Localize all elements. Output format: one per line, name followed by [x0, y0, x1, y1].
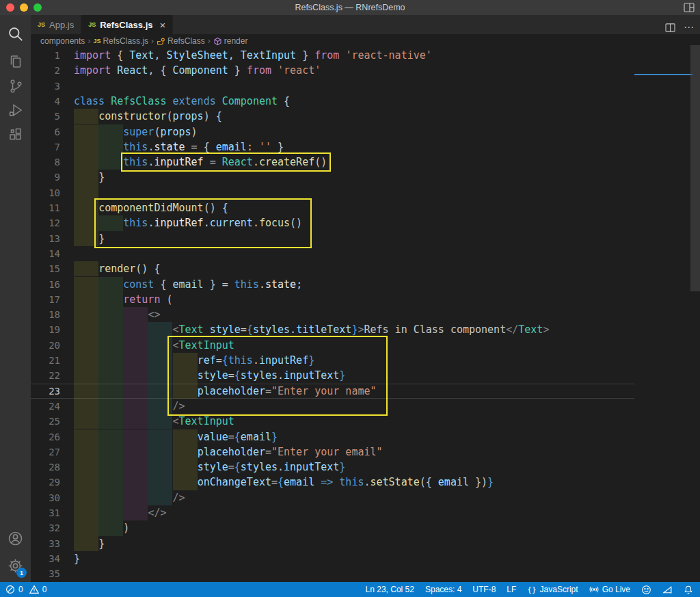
line-number[interactable]: 32 [31, 520, 60, 535]
line-number[interactable]: 22 [31, 368, 60, 383]
line-number[interactable]: 1 [31, 48, 60, 63]
js-file-icon: JS [93, 38, 100, 44]
line-number[interactable]: 18 [31, 307, 60, 322]
split-editor-icon[interactable] [665, 23, 675, 32]
error-icon [5, 585, 15, 594]
line-number[interactable]: 8 [31, 155, 60, 170]
code-line[interactable]: super(props) [74, 124, 198, 140]
line-number[interactable]: 12 [31, 215, 60, 230]
symbol-method-icon [213, 37, 222, 46]
feedback-smiley-icon[interactable] [641, 585, 651, 595]
code-line[interactable]: const { email } = this.state; [74, 277, 302, 292]
chevron-right-icon: › [88, 36, 90, 46]
code-line[interactable]: class RefsClass extends Component { [74, 94, 290, 109]
problems-status[interactable]: 0 0 [5, 585, 46, 594]
chevron-right-icon: › [151, 36, 154, 46]
line-number[interactable]: 13 [31, 231, 60, 246]
warning-count: 0 [42, 585, 47, 594]
gutter[interactable]: 1234567891011121314151617181920212223242… [31, 0, 60, 597]
accounts-icon[interactable] [0, 525, 31, 552]
search-icon[interactable] [0, 21, 31, 48]
encoding-setting[interactable]: UTF-8 [472, 585, 496, 594]
annotation-box [94, 198, 312, 248]
line-number[interactable]: 6 [31, 124, 60, 140]
chevron-right-icon: › [208, 36, 211, 46]
code-line[interactable]: style={styles.inputText} [74, 460, 345, 475]
indentation-setting[interactable]: Spaces: 4 [425, 585, 461, 594]
window-title: RefsClass.js — RNrefsDemo [0, 0, 700, 15]
annotation-box [167, 336, 388, 416]
symbol-class-icon [157, 37, 165, 46]
line-number[interactable]: 26 [31, 429, 60, 445]
code-line[interactable]: placeholder="Enter your email" [74, 445, 383, 460]
settings-gear-icon[interactable]: 1 [0, 552, 31, 579]
line-number[interactable]: 21 [31, 353, 60, 368]
language-mode[interactable]: {} JavaScript [527, 585, 578, 594]
breadcrumb: components › JS RefsClass.js › RefsClass… [31, 34, 700, 48]
line-number[interactable]: 35 [31, 566, 60, 581]
customize-layout-icon[interactable] [684, 3, 695, 12]
run-and-debug-icon[interactable] [0, 96, 31, 124]
activity-bar: 1 [0, 15, 31, 582]
line-number[interactable]: 28 [31, 460, 60, 475]
go-live-button[interactable]: Go Live [589, 585, 630, 594]
code-line[interactable]: import { Text, StyleSheet, TextInput } f… [74, 48, 432, 63]
line-number[interactable]: 27 [31, 445, 60, 460]
breadcrumb-method[interactable]: render [213, 36, 248, 46]
line-number[interactable]: 24 [31, 399, 60, 414]
code-line[interactable]: </> [74, 505, 166, 520]
source-control-icon[interactable] [0, 72, 31, 100]
scrollbar[interactable] [690, 45, 700, 291]
eol-setting[interactable]: LF [507, 585, 516, 594]
settings-badge: 1 [16, 568, 27, 578]
line-number[interactable]: 9 [31, 170, 60, 185]
code-line[interactable]: ) [74, 520, 129, 535]
line-number[interactable]: 15 [31, 261, 60, 276]
tab-refsclass-js[interactable]: JS RefsClass.js × [81, 15, 173, 34]
minimap[interactable] [636, 44, 690, 582]
line-number[interactable]: 29 [31, 475, 60, 490]
code-line[interactable]: <> [74, 307, 160, 322]
screencast-icon[interactable] [662, 585, 673, 595]
code-line[interactable]: import React, { Component } from 'react' [74, 63, 321, 78]
breadcrumb-class[interactable]: RefsClass [157, 36, 205, 46]
code-line[interactable]: <TextInput [74, 414, 234, 429]
line-number[interactable]: 31 [31, 505, 60, 520]
line-number[interactable]: 7 [31, 140, 60, 155]
line-number[interactable]: 2 [31, 63, 60, 78]
line-number[interactable]: 14 [31, 246, 60, 261]
code-line[interactable]: } [74, 170, 105, 185]
line-number[interactable]: 25 [31, 414, 60, 429]
cursor-position[interactable]: Ln 23, Col 52 [366, 585, 414, 594]
code-line[interactable]: render() { [74, 261, 160, 276]
line-number[interactable]: 19 [31, 322, 60, 337]
code-line[interactable]: constructor(props) { [74, 109, 222, 124]
vscode-window: RefsClass.js — RNrefsDemo [0, 0, 700, 597]
breadcrumb-file[interactable]: JS RefsClass.js [93, 36, 148, 46]
extensions-icon[interactable] [0, 121, 31, 148]
warning-icon [29, 585, 39, 594]
line-number[interactable]: 3 [31, 79, 60, 94]
code-line[interactable]: /> [74, 490, 185, 505]
line-number[interactable]: 11 [31, 200, 60, 215]
close-tab-icon[interactable]: × [160, 19, 166, 31]
code-line[interactable]: } [74, 536, 105, 551]
explorer-icon[interactable] [0, 48, 31, 75]
line-number[interactable]: 34 [31, 551, 60, 566]
line-number[interactable]: 4 [31, 94, 60, 109]
line-number[interactable]: 16 [31, 277, 60, 292]
line-number[interactable]: 33 [31, 536, 60, 551]
line-number[interactable]: 17 [31, 292, 60, 307]
line-number[interactable]: 5 [31, 109, 60, 124]
line-number[interactable]: 20 [31, 338, 60, 353]
line-number[interactable]: 30 [31, 490, 60, 505]
line-number[interactable]: 23 [31, 384, 60, 399]
annotation-box [121, 152, 331, 172]
code-line[interactable]: value={email} [74, 429, 278, 445]
notifications-bell-icon[interactable] [684, 585, 693, 595]
line-number[interactable]: 10 [31, 185, 60, 200]
code-line[interactable]: return ( [74, 292, 173, 307]
code-line[interactable]: } [74, 551, 80, 566]
more-actions-icon[interactable]: ⋯ [684, 21, 695, 34]
code-line[interactable]: onChangeText={email => this.setState({ e… [74, 475, 494, 490]
